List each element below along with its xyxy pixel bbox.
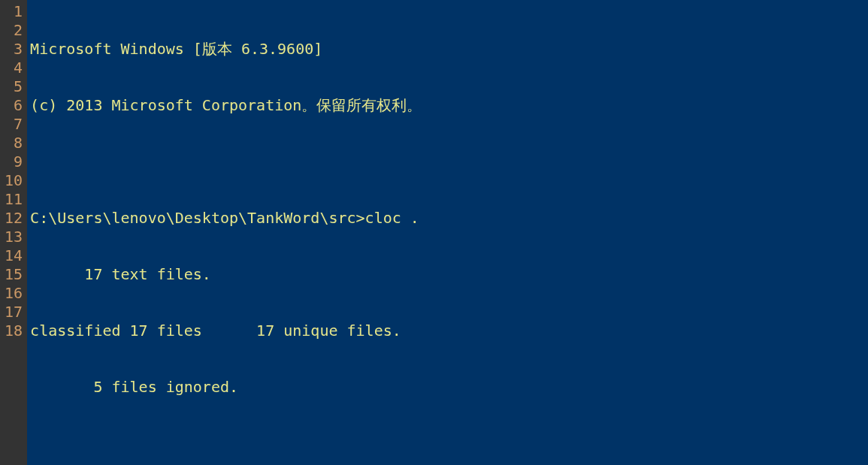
line-number: 12 [5,209,23,228]
terminal-prompt-line: C:\Users\lenovo\Desktop\TankWord\src>clo… [30,209,868,228]
line-number: 17 [5,303,23,322]
terminal-line: 17 text files. [30,265,868,284]
line-number: 6 [5,96,23,115]
line-number: 4 [5,59,23,77]
terminal-line: (c) 2013 Microsoft Corporation。保留所有权利。 [30,96,868,115]
line-number-gutter: 123456789101112131415161718 [0,0,27,465]
line-number: 14 [5,246,23,265]
line-number: 16 [5,284,23,303]
terminal-line [30,152,868,171]
terminal-window[interactable]: 123456789101112131415161718 Microsoft Wi… [0,0,868,465]
line-number: 9 [5,152,23,171]
line-number: 3 [5,40,23,59]
line-number: 2 [5,21,23,40]
line-number: 15 [5,265,23,284]
terminal-line: 5 files ignored. [30,378,868,397]
line-number: 7 [5,115,23,134]
line-number: 10 [5,171,23,190]
line-number: 18 [5,322,23,340]
line-number: 13 [5,228,23,246]
terminal-line [30,434,868,453]
terminal-content[interactable]: Microsoft Windows [版本 6.3.9600] (c) 2013… [27,0,868,465]
line-number: 8 [5,134,23,152]
line-number: 11 [5,190,23,209]
terminal-line: Microsoft Windows [版本 6.3.9600] [30,40,868,59]
line-number: 1 [5,2,23,21]
terminal-line: classified 17 files 17 unique files. [30,322,868,340]
line-number: 5 [5,77,23,96]
